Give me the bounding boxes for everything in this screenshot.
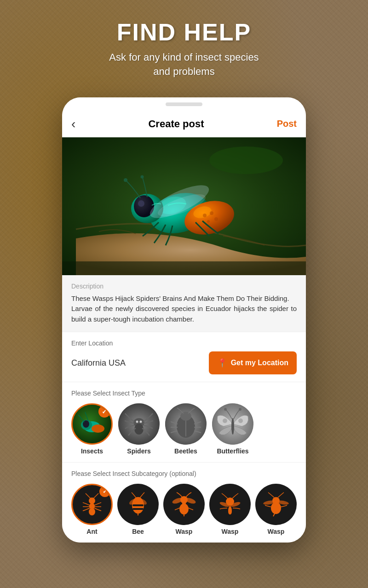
insect-label-beetles: Beetles: [174, 447, 197, 455]
header-section: FIND HELP Ask for any kind of insect spe…: [100, 0, 268, 88]
insect-type-section-label: Please Select Insect Type: [71, 390, 297, 397]
location-pin-icon: 📍: [217, 358, 227, 368]
svg-point-34: [223, 418, 227, 423]
get-location-label: Get my Location: [231, 359, 288, 367]
sub-check-ant: ✓: [99, 486, 110, 497]
subcategory-wasp1[interactable]: Wasp: [163, 484, 205, 535]
insect-label-insects: Insects: [81, 447, 103, 455]
insect-label-spiders: Spiders: [127, 447, 150, 455]
insect-image: [62, 137, 306, 275]
description-label: Description: [71, 283, 297, 290]
sub-circle-wasp2: [209, 484, 251, 525]
sub-circle-ant: ✓: [71, 484, 113, 525]
sub-label-wasp3: Wasp: [268, 528, 285, 535]
location-input[interactable]: [71, 358, 203, 368]
svg-point-35: [238, 418, 243, 423]
check-badge-insects: ✓: [98, 406, 110, 418]
location-section: Enter Location 📍 Get my Location: [62, 332, 306, 382]
subcategory-wasp3[interactable]: Wasp: [255, 484, 297, 535]
svg-point-13: [210, 211, 213, 215]
insect-type-insects[interactable]: ✓: [71, 403, 113, 455]
subtitle: Ask for any kind of insect speciesand pr…: [109, 51, 259, 79]
svg-point-57: [271, 502, 281, 514]
svg-point-41: [89, 508, 95, 515]
subcategory-bee[interactable]: Bee: [117, 484, 159, 535]
phone-notch-area: [62, 97, 306, 111]
svg-point-15: [207, 220, 210, 223]
insect-circle-insects: ✓: [71, 403, 113, 445]
svg-rect-44: [132, 504, 144, 506]
svg-point-12: [203, 214, 207, 217]
svg-point-8: [124, 178, 127, 182]
insect-circle-spiders: [118, 403, 160, 445]
sub-label-wasp1: Wasp: [176, 528, 193, 535]
svg-point-50: [179, 503, 189, 514]
post-button[interactable]: Post: [277, 119, 297, 129]
get-location-button[interactable]: 📍 Get my Location: [209, 351, 297, 374]
subcategory-ant[interactable]: ✓: [71, 484, 113, 535]
svg-point-14: [214, 217, 218, 221]
subcategory-section-label: Please Select Insect Subcategory (option…: [71, 470, 297, 477]
svg-point-22: [92, 424, 104, 433]
insect-types-list: ✓: [71, 403, 297, 455]
svg-rect-18: [62, 261, 306, 275]
app-header: ‹ Create post Post: [62, 111, 306, 137]
insect-type-beetles[interactable]: Beetles: [165, 403, 207, 455]
insect-type-butterflies[interactable]: Butterflies: [212, 403, 253, 455]
sub-label-wasp2: Wasp: [222, 528, 239, 535]
location-row: 📍 Get my Location: [71, 351, 297, 374]
insect-type-section: Please Select Insect Type ✓: [62, 382, 306, 463]
svg-point-39: [89, 498, 95, 504]
svg-point-1: [209, 147, 283, 174]
insect-type-spiders[interactable]: Spiders: [118, 403, 160, 455]
insect-circle-butterflies: [212, 403, 253, 445]
svg-point-27: [136, 421, 138, 423]
svg-point-26: [134, 424, 144, 435]
phone-notch: [166, 102, 202, 106]
svg-point-32: [180, 412, 191, 421]
insect-circle-beetles: [165, 403, 207, 445]
screen-title: Create post: [148, 118, 204, 130]
location-label: Enter Location: [71, 339, 297, 347]
svg-point-9: [141, 175, 144, 178]
main-title: FIND HELP: [109, 18, 259, 46]
svg-rect-45: [132, 508, 144, 510]
svg-point-28: [140, 421, 142, 423]
back-button[interactable]: ‹: [71, 117, 75, 131]
svg-point-36: [231, 418, 234, 435]
phone-container: ‹ Create post Post: [62, 97, 306, 543]
sub-circle-bee: [117, 484, 159, 525]
svg-rect-58: [275, 504, 277, 507]
sub-circle-wasp3: [255, 484, 297, 525]
subcategory-wasp2[interactable]: Wasp: [209, 484, 251, 535]
subcategory-section: Please Select Insect Subcategory (option…: [62, 463, 306, 543]
insect-label-butterflies: Butterflies: [217, 447, 248, 455]
sub-circle-wasp1: [163, 484, 205, 525]
svg-point-7: [138, 200, 144, 207]
sub-label-bee: Bee: [132, 528, 144, 535]
sub-label-ant: Ant: [86, 528, 97, 535]
page-content: FIND HELP Ask for any kind of insect spe…: [0, 0, 368, 588]
svg-point-38: [239, 408, 242, 411]
subcategory-items-list: ✓: [71, 484, 297, 535]
description-text: These Wasps Hijack Spiders' Brains And M…: [71, 294, 297, 325]
description-section: Description These Wasps Hijack Spiders' …: [62, 275, 306, 333]
svg-point-37: [224, 408, 227, 411]
